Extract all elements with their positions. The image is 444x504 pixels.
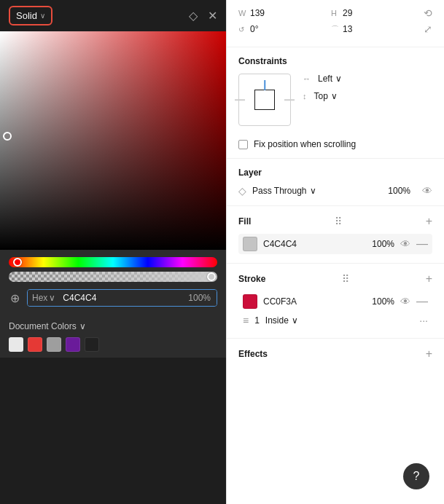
constraint-right-line — [284, 99, 295, 101]
expand-icon: ⤢ — [424, 23, 432, 35]
fill-hex-value: C4C4C4 — [263, 239, 366, 249]
stroke-position-chevron-icon: ∨ — [292, 315, 298, 326]
width-label: W — [238, 9, 247, 17]
color-swatches — [9, 337, 217, 352]
h-constraint-chevron-icon: ∨ — [335, 74, 342, 84]
v-constraint-dropdown[interactable]: Top ∨ — [314, 91, 338, 101]
gradient-box — [0, 31, 226, 250]
hex-label[interactable]: Hex ∨ — [28, 290, 60, 306]
fill-opacity-value: 100% — [372, 239, 394, 249]
effects-title: Effects — [238, 349, 268, 359]
angle-value: 0° — [250, 24, 258, 34]
layer-visibility-icon[interactable]: 👁 — [422, 185, 432, 197]
h-constraint-label: Left — [318, 74, 332, 84]
help-button[interactable]: ? — [403, 463, 429, 489]
v-constraint-icon: ↕ — [303, 92, 307, 101]
v-constraint-chevron-icon: ∨ — [331, 91, 338, 101]
height-value: 29 — [343, 8, 352, 18]
constraints-section: Constraints ↔ Left ∨ ↕ — [227, 47, 444, 159]
constraint-top-line — [264, 80, 265, 90]
swatch-3[interactable] — [47, 337, 61, 352]
color-handle[interactable] — [3, 132, 12, 141]
eyedropper-button[interactable]: ⊕ — [9, 290, 21, 307]
stroke-position-label: Inside — [265, 315, 289, 326]
swatch-4[interactable] — [66, 337, 80, 352]
swatch-1[interactable] — [9, 337, 23, 352]
stroke-opacity-value: 100% — [372, 296, 394, 307]
gradient-picker[interactable] — [0, 31, 226, 250]
dimensions-row-2: ↺ 0° ⌒ 13 ⤢ — [238, 23, 432, 35]
opacity-icon[interactable]: ◇ — [189, 9, 198, 23]
height-field: H 29 — [331, 8, 418, 18]
color-picker-panel: Solid ∨ ◇ ✕ ⊕ Hex ∨ — [0, 0, 226, 504]
stroke-more-icon[interactable]: ··· — [419, 315, 428, 326]
fill-section: Fill ⠿ + C4C4C4 100% 👁 — — [227, 206, 444, 264]
width-value: 139 — [250, 8, 265, 18]
stroke-section: Stroke ⠿ + CC0F3A 100% 👁 — ≡ 1 Inside ∨ … — [227, 264, 444, 339]
hue-handle — [13, 258, 22, 267]
dimensions-section: W 139 H 29 ⟲ ↺ 0° ⌒ 13 ⤢ — [227, 0, 444, 47]
swatch-2[interactable] — [28, 337, 42, 352]
hue-slider[interactable] — [9, 257, 217, 267]
hex-chevron-icon: ∨ — [49, 293, 55, 303]
dimensions-row-1: W 139 H 29 ⟲ — [238, 7, 432, 19]
fill-add-button[interactable]: + — [426, 215, 432, 228]
effects-add-button[interactable]: + — [426, 347, 432, 361]
constraint-inner — [254, 90, 275, 110]
radius-field: ⌒ 13 — [331, 24, 418, 35]
blend-mode-chevron-icon: ∨ — [310, 186, 316, 196]
vertical-constraint-row: ↕ Top ∨ — [303, 91, 342, 101]
stroke-color-preview[interactable] — [243, 294, 257, 309]
radius-value: 13 — [343, 24, 352, 34]
stroke-position-dropdown[interactable]: Inside ∨ — [265, 315, 298, 326]
help-icon: ? — [413, 470, 420, 483]
stroke-title: Stroke — [238, 274, 265, 284]
layer-title: Layer — [238, 168, 432, 178]
fill-row[interactable]: C4C4C4 100% 👁 — — [238, 234, 432, 254]
layer-row: ◇ Pass Through ∨ 100% 👁 — [238, 185, 432, 197]
fill-dots-icon[interactable]: ⠿ — [335, 216, 342, 227]
stroke-visibility-icon[interactable]: 👁 — [400, 296, 410, 307]
close-icon[interactable]: ✕ — [208, 9, 217, 23]
stroke-add-button[interactable]: + — [426, 272, 432, 286]
fill-type-button[interactable]: Solid ∨ — [9, 6, 52, 25]
constraints-title: Constraints — [238, 56, 432, 66]
fill-remove-button[interactable]: — — [416, 237, 428, 251]
stroke-dots-icon[interactable]: ⠿ — [342, 273, 349, 285]
layer-section: Layer ◇ Pass Through ∨ 100% 👁 — [227, 159, 444, 206]
layer-blend-icon: ◇ — [238, 185, 246, 197]
color-picker-header: Solid ∨ ◇ ✕ — [0, 0, 226, 31]
stroke-options-row: ≡ 1 Inside ∨ ··· — [238, 312, 432, 329]
stroke-lines-icon: ≡ — [243, 315, 249, 326]
properties-panel: W 139 H 29 ⟲ ↺ 0° ⌒ 13 ⤢ Constraints — [226, 0, 444, 504]
hex-opacity: 100% — [182, 290, 217, 306]
stroke-row[interactable]: CC0F3A 100% 👁 — — [238, 291, 432, 312]
blend-mode-label: Pass Through — [252, 186, 307, 196]
h-constraint-dropdown[interactable]: Left ∨ — [318, 74, 342, 84]
width-field: W 139 — [238, 8, 325, 18]
fill-type-label: Solid — [16, 10, 37, 21]
stroke-header: Stroke ⠿ + — [238, 272, 432, 286]
alpha-slider[interactable] — [9, 272, 217, 282]
stroke-width-value: 1 — [254, 315, 260, 326]
constraint-widget[interactable] — [238, 74, 291, 126]
horizontal-constraint-row: ↔ Left ∨ — [303, 74, 342, 84]
fill-color-preview[interactable] — [243, 237, 257, 251]
fill-header: Fill ⠿ + — [238, 215, 432, 228]
alpha-slider-wrap — [9, 272, 217, 282]
header-icons: ◇ ✕ — [189, 9, 217, 23]
stroke-remove-button[interactable]: — — [416, 295, 428, 308]
height-label: H — [331, 9, 340, 17]
hex-input[interactable] — [60, 290, 182, 306]
fill-visibility-icon[interactable]: 👁 — [400, 238, 410, 250]
v-constraint-label: Top — [314, 91, 328, 101]
swatch-5[interactable] — [85, 337, 99, 352]
document-colors-header[interactable]: Document Colors ∨ — [9, 321, 217, 331]
fix-position-checkbox[interactable] — [238, 140, 248, 149]
fill-title: Fill — [238, 216, 251, 227]
alpha-handle — [207, 272, 216, 281]
radius-label: ⌒ — [331, 24, 340, 35]
angle-label: ↺ — [238, 25, 247, 34]
blend-mode-dropdown[interactable]: Pass Through ∨ — [252, 186, 316, 196]
chevron-down-icon: ∨ — [40, 12, 45, 20]
